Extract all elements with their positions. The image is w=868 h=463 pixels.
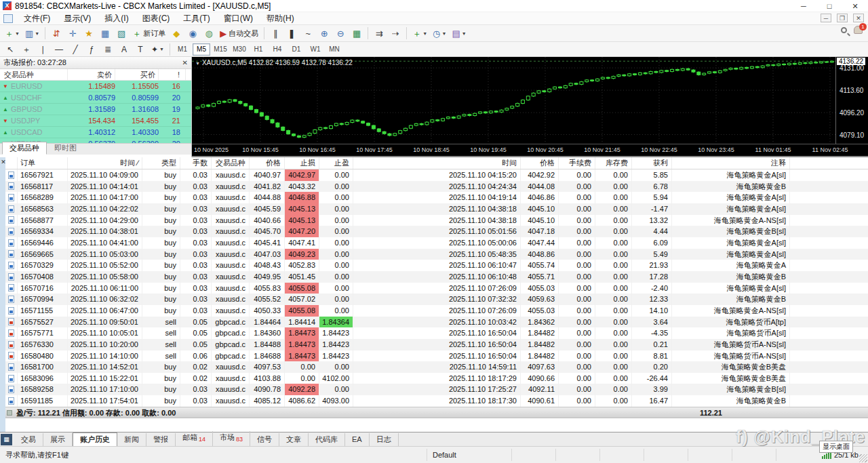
news-button[interactable]: ◍ — [201, 26, 216, 40]
history-row[interactable]: 165704082025.11.10 05:58:00buy0.03xauusd… — [5, 271, 868, 283]
history-row[interactable]: 165911852025.11.10 17:54:01buy0.03xauusd… — [5, 395, 868, 407]
terminal-tab-账户历史[interactable]: 账户历史 — [73, 432, 117, 447]
channel-tool-button[interactable]: ≣ — [100, 43, 115, 56]
terminal-tab-警报[interactable]: 警报 — [146, 433, 176, 446]
history-row[interactable]: 165682892025.11.10 04:17:00buy0.03xauusd… — [5, 192, 868, 203]
market-watch-column-header[interactable]: 买价 — [115, 69, 159, 80]
vertical-line-tool-button[interactable]: ∣ — [35, 43, 50, 56]
metaeditor-button[interactable]: ◆ — [169, 26, 184, 40]
timeframe-button-m1[interactable]: M1 — [174, 43, 191, 56]
history-row[interactable]: 165685632025.11.10 04:22:02buy0.03xauusd… — [5, 203, 868, 215]
terminal-tab-文章[interactable]: 文章 — [279, 433, 309, 446]
market-watch-column-header[interactable]: 卖价 — [68, 69, 115, 80]
new-chart-button[interactable]: ＋▼ — [3, 26, 22, 40]
periods-button[interactable]: ◷▼ — [431, 26, 448, 40]
timeframe-button-h1[interactable]: H1 — [250, 43, 267, 56]
history-row[interactable]: 165679212025.11.10 04:09:00buy0.03xauusd… — [5, 169, 868, 181]
templates-button[interactable]: ▤▼ — [450, 26, 468, 40]
menu-item[interactable]: 工具(T) — [176, 12, 216, 24]
history-row[interactable]: 165817002025.11.10 14:52:01buy0.02xauusd… — [5, 361, 868, 373]
terminal-button[interactable]: ▦ — [98, 26, 113, 40]
history-column-header[interactable]: 止盈 — [319, 157, 353, 169]
indicators-button[interactable]: ＋▼ — [410, 26, 429, 40]
history-row[interactable]: 165703292025.11.10 05:52:00buy0.03xauusd… — [5, 260, 868, 271]
text-tool-button[interactable]: A — [117, 43, 132, 56]
maximize-window-button[interactable]: □ — [816, 0, 842, 12]
menu-item[interactable]: 插入(I) — [98, 12, 135, 24]
history-column-header[interactable]: 类型 — [142, 157, 180, 169]
history-column-header[interactable]: 价格 — [250, 157, 285, 169]
terminal-tab-日志[interactable]: 日志 — [370, 433, 399, 446]
dropdown-caret-icon[interactable]: ▼ — [462, 31, 467, 36]
history-column-header[interactable]: 获利 — [632, 157, 672, 169]
timeframe-button-w1[interactable]: W1 — [307, 43, 324, 56]
history-row[interactable]: 165709942025.11.10 06:32:02buy0.03xauusd… — [5, 294, 868, 305]
market-watch-tab[interactable]: 即时图 — [47, 142, 84, 155]
chart-window[interactable]: ▼XAUUSD.c,M5 4132.82 4136.59 4132.78 413… — [192, 57, 868, 157]
dropdown-caret-icon[interactable]: ▼ — [422, 31, 427, 36]
market-watch-toggle-button[interactable]: ⇵ — [49, 26, 64, 40]
menu-item[interactable]: 文件(F) — [17, 12, 57, 24]
menu-item[interactable]: 显示(V) — [57, 12, 98, 24]
history-row[interactable]: 165707162025.11.10 06:11:00buy0.03xauusd… — [5, 283, 868, 294]
market-watch-row-usdcad[interactable]: ▲USDCAD1.403121.4033018 — [0, 127, 191, 138]
line-chart-button[interactable]: ~ — [300, 26, 315, 40]
close-window-button[interactable]: ✕ — [842, 0, 868, 12]
terminal-tab-代码库[interactable]: 代码库 — [309, 433, 345, 446]
timeframe-button-m5[interactable]: M5 — [193, 43, 210, 56]
history-column-header[interactable]: 注释 — [672, 157, 790, 169]
history-column-header[interactable]: 手数 — [180, 157, 212, 169]
time-axis[interactable]: 10 Nov 202510 Nov 15:4510 Nov 16:4510 No… — [192, 144, 868, 157]
terminal-tab-交易[interactable]: 交易 — [14, 433, 43, 446]
status-profile-selector[interactable]: Default — [427, 449, 512, 461]
candlestick-chart-button[interactable]: ❚ — [284, 26, 299, 40]
market-watch-tab[interactable]: 交易品种 — [2, 142, 47, 155]
history-row[interactable]: 165693342025.11.10 04:38:01buy0.03xauusd… — [5, 226, 868, 237]
history-row[interactable]: 165681172025.11.10 04:14:01buy0.03xauusd… — [5, 181, 868, 193]
chart-plot-area[interactable] — [192, 57, 835, 144]
terminal-tab-新闻[interactable]: 新闻 — [117, 433, 146, 446]
market-watch-row-usdchf[interactable]: ▲USDCHF0.805790.8059920 — [0, 92, 191, 104]
auto-scroll-button[interactable]: ⇉ — [372, 26, 387, 40]
mdi-minimize-button[interactable]: ─ — [821, 14, 831, 22]
dropdown-caret-icon[interactable]: ▼ — [159, 47, 164, 52]
strategy-tester-button[interactable]: ▧ — [114, 26, 129, 40]
history-row[interactable]: 165757712025.11.10 10:05:01sell0.05gbpca… — [5, 327, 868, 339]
market-watch-column-header[interactable]: 交易品种 — [0, 69, 68, 80]
market-watch-row-usdjpy[interactable]: ▼USDJPY154.434154.45521 — [0, 115, 191, 127]
terminal-tab-信号[interactable]: 信号 — [250, 433, 279, 446]
community-button[interactable]: ◉ — [185, 26, 200, 40]
history-column-header[interactable]: 止损 — [285, 157, 319, 169]
history-row[interactable]: 165694462025.11.10 04:41:00buy0.03xauusd… — [5, 237, 868, 249]
menu-item[interactable]: 窗口(W) — [217, 12, 260, 24]
zoom-out-button[interactable]: ⊖ — [333, 26, 348, 40]
minimize-window-button[interactable]: ─ — [791, 0, 816, 12]
terminal-tab-EA[interactable]: EA — [345, 433, 370, 446]
menu-item[interactable]: 帮助(H) — [260, 12, 301, 24]
history-column-header[interactable]: 手续费 — [559, 157, 595, 169]
dropdown-caret-icon[interactable]: ▼ — [15, 31, 20, 36]
market-watch-row-eurusd[interactable]: ▼EURUSD1.154891.1550516 — [0, 81, 191, 92]
history-column-header[interactable]: 库存费 — [595, 157, 632, 169]
timeframe-button-m15[interactable]: M15 — [212, 43, 229, 56]
notifications-bell-icon[interactable]: 1 — [854, 26, 863, 34]
dropdown-caret-icon[interactable]: ▼ — [441, 31, 446, 36]
search-icon[interactable] — [841, 27, 847, 33]
crosshair-tool-button[interactable]: ＋ — [19, 43, 34, 56]
mdi-close-button[interactable]: ✕ — [853, 14, 864, 22]
terminal-tab-邮箱[interactable]: 邮箱14 — [176, 431, 213, 446]
terminal-tab-展示[interactable]: 展示 — [43, 433, 73, 446]
autotrading-button[interactable]: ▶自动交易 — [218, 26, 260, 40]
tile-windows-button[interactable]: ▦ — [349, 26, 364, 40]
cursor-tool-button[interactable]: ↖ — [3, 43, 18, 56]
history-row[interactable]: 165688772025.11.10 04:29:00buy0.03xauusd… — [5, 215, 868, 226]
history-row[interactable]: 165763302025.11.10 10:20:00sell0.05gbpca… — [5, 339, 868, 350]
fibonacci-tool-button[interactable]: ƒ — [84, 43, 99, 56]
history-row[interactable]: 165711552025.11.10 06:47:00buy0.03xauusd… — [5, 305, 868, 317]
chart-shift-button[interactable]: ⇢ — [388, 26, 403, 40]
zoom-in-button[interactable]: ⊕ — [317, 26, 332, 40]
market-watch-close-icon[interactable]: ✕ — [182, 59, 188, 66]
menu-item[interactable]: 图表(C) — [136, 12, 177, 24]
timeframe-button-h4[interactable]: H4 — [269, 43, 286, 56]
history-row[interactable]: 165755272025.11.10 09:50:01sell0.05gbpca… — [5, 317, 868, 328]
